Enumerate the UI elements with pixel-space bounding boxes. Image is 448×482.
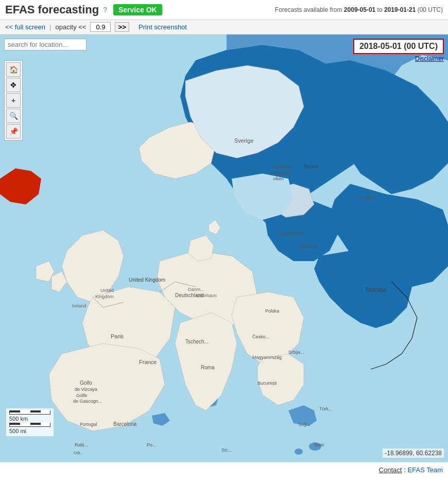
map-tools-panel: 🏠 ✥ + 🔍 📌	[4, 60, 23, 141]
pan-button[interactable]: ✥	[6, 78, 21, 92]
pin-button[interactable]: 📌	[6, 124, 21, 139]
svg-text:de Vizcaya: de Vizcaya	[75, 387, 97, 392]
coordinates-display: -18.96899, 60.62238	[383, 449, 444, 458]
zoom-out-button[interactable]: 🔍	[6, 109, 21, 123]
svg-point-2	[295, 449, 303, 455]
forecast-from: 2009-05-01	[344, 6, 375, 13]
app-title: EFAS forecasting	[5, 3, 99, 16]
svg-text:Kingdom: Kingdom	[95, 294, 114, 299]
opacity-label: opacity <<	[55, 23, 86, 31]
svg-text:Türk...: Türk...	[319, 406, 333, 411]
header: EFAS forecasting ? Service OK Forecasts …	[0, 0, 448, 20]
svg-text:France: France	[139, 359, 157, 365]
svg-text:Köbnhavn: Köbnhavn	[196, 293, 217, 298]
opacity-input[interactable]	[90, 22, 111, 32]
svg-text:Sverige: Sverige	[234, 137, 253, 144]
toolbar: << full screen | opacity << >> Print scr…	[0, 20, 448, 35]
forecast-to-label: to	[375, 6, 384, 13]
print-button[interactable]: Print screenshot	[139, 23, 187, 31]
svg-text:Tschech...: Tschech...	[185, 339, 209, 345]
svg-text:Magyarország: Magyarország	[252, 355, 282, 360]
svg-text:Stockholm: Stockholm	[278, 230, 304, 236]
svg-text:United Kingdom: United Kingdom	[129, 277, 165, 283]
forecast-to: 2019-01-21	[384, 6, 416, 13]
home-button[interactable]: 🏠	[6, 62, 21, 77]
fullscreen-button[interactable]: << full screen	[5, 23, 45, 31]
svg-text:Roma: Roma	[201, 365, 215, 370]
svg-text:Paris: Paris	[111, 333, 124, 339]
footer: Contact: EFAS Team	[0, 462, 448, 477]
scale-line-km	[9, 410, 50, 415]
svg-text:Bottniska: Bottniska	[270, 170, 289, 176]
scale-line-mi	[9, 423, 50, 427]
svg-text:Barcelona: Barcelona	[113, 421, 136, 427]
svg-text:Golfo: Golfo	[80, 380, 92, 386]
map-svg: Sverige Pohjanla Bottniska viken Suomi S…	[0, 35, 448, 462]
svg-text:Polska: Polska	[265, 308, 279, 314]
search-input[interactable]	[4, 39, 87, 50]
svg-text:București: București	[257, 381, 277, 386]
svg-text:საქ...: საქ...	[299, 422, 311, 427]
svg-text:Pohjanla: Pohjanla	[273, 164, 291, 169]
disclaimer-link[interactable]: Disclaimer	[415, 55, 444, 62]
svg-text:ΟΘ...: ΟΘ...	[74, 451, 83, 455]
svg-text:de Gascogn...: de Gascogn...	[73, 399, 102, 404]
service-status-badge: Service OK	[113, 4, 162, 15]
separator: |	[49, 23, 51, 31]
svg-text:Helsinki: Helsinki	[299, 243, 319, 249]
svg-text:Москва: Москва	[366, 286, 387, 294]
svg-text:Rabi...: Rabi...	[75, 442, 88, 447]
svg-text:Portugal: Portugal	[80, 422, 97, 427]
scale-bar: 500 km 500 mi	[6, 408, 54, 436]
svg-text:Пе...бур: Пе...бур	[355, 195, 374, 200]
svg-text:Danm...: Danm...	[188, 287, 204, 292]
scale-label-km: 500 km	[9, 416, 50, 422]
svg-text:Sic...: Sic...	[221, 447, 232, 453]
contact-label: Contact	[379, 466, 402, 474]
help-icon[interactable]: ?	[103, 6, 107, 14]
forecast-info: Forecasts available from 2009-05-01 to 2…	[275, 6, 443, 13]
opacity-increase-button[interactable]: >>	[115, 22, 129, 32]
date-badge: 2018-05-01 (00 UTC)	[353, 39, 444, 54]
zoom-in-button[interactable]: +	[6, 93, 21, 108]
contact-link[interactable]: EFAS Team	[408, 466, 443, 474]
svg-text:Po...: Po...	[147, 442, 157, 447]
svg-text:Ireland: Ireland	[72, 303, 87, 308]
svg-text:Suomi: Suomi	[304, 164, 318, 169]
svg-text:İzmir: İzmir	[314, 442, 324, 447]
map-container[interactable]: Sverige Pohjanla Bottniska viken Suomi S…	[0, 35, 448, 462]
svg-text:Česko...: Česko...	[252, 334, 269, 339]
svg-text:Srbija...: Srbija...	[288, 350, 304, 355]
scale-label-mi: 500 mi	[9, 428, 50, 434]
svg-text:United: United	[100, 288, 114, 293]
svg-text:Golfe: Golfe	[76, 393, 88, 398]
forecast-suffix: (00 UTC)	[416, 6, 443, 13]
svg-text:viken: viken	[273, 176, 284, 181]
forecast-prefix: Forecasts available from	[275, 6, 344, 13]
